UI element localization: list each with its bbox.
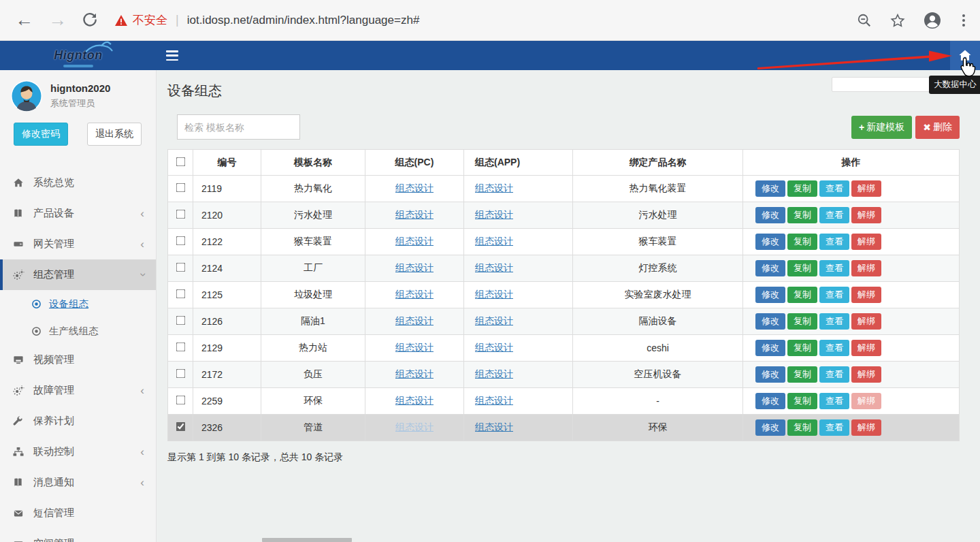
app-config-link[interactable]: 组态设计 xyxy=(475,262,513,273)
sidebar-item-7[interactable]: 联动控制‹ xyxy=(0,436,156,467)
edit-action-button[interactable]: 修改 xyxy=(755,180,785,197)
sidebar-item-4[interactable]: 视频管理 xyxy=(0,345,156,375)
view-action-button[interactable]: 查看 xyxy=(819,234,849,250)
unbind-action-button[interactable]: 解绑 xyxy=(851,207,881,223)
change-password-button[interactable]: 修改密码 xyxy=(14,123,68,146)
row-checkbox[interactable] xyxy=(176,396,185,405)
pc-config-link[interactable]: 组态设计 xyxy=(395,395,434,406)
unbind-action-button[interactable]: 解绑 xyxy=(851,340,881,356)
edit-action-button[interactable]: 修改 xyxy=(755,366,785,383)
sidebar-item-1[interactable]: 产品设备‹ xyxy=(0,198,156,229)
pc-config-link[interactable]: 组态设计 xyxy=(395,368,434,379)
app-config-link[interactable]: 组态设计 xyxy=(475,421,513,432)
unbind-action-button[interactable]: 解绑 xyxy=(851,419,881,436)
zoom-out-icon[interactable] xyxy=(857,13,872,28)
pc-config-link[interactable]: 组态设计 xyxy=(395,342,434,353)
edit-action-button[interactable]: 修改 xyxy=(755,393,785,409)
sidebar-item-6[interactable]: 保养计划 xyxy=(0,406,156,436)
sidebar-toggle-icon[interactable] xyxy=(166,50,178,61)
pc-config-link[interactable]: 组态设计 xyxy=(395,262,434,273)
sidebar-item-9[interactable]: 短信管理 xyxy=(0,498,156,528)
edit-action-button[interactable]: 修改 xyxy=(755,419,785,436)
unbind-action-button[interactable]: 解绑 xyxy=(851,260,881,276)
copy-action-button[interactable]: 复制 xyxy=(787,260,817,276)
logout-button[interactable]: 退出系统 xyxy=(87,123,142,146)
edit-action-button[interactable]: 修改 xyxy=(755,313,785,330)
security-warning-label[interactable]: 不安全 xyxy=(133,12,167,28)
browser-reload-icon[interactable] xyxy=(82,12,97,28)
new-template-button[interactable]: +新建模板 xyxy=(851,116,912,139)
browser-back-icon[interactable]: ← xyxy=(15,11,33,29)
app-config-link[interactable]: 组态设计 xyxy=(475,209,513,220)
app-config-link[interactable]: 组态设计 xyxy=(475,368,513,379)
unbind-action-button[interactable]: 解绑 xyxy=(851,180,881,197)
browser-profile-avatar[interactable] xyxy=(924,12,941,29)
bookmark-star-icon[interactable] xyxy=(890,13,905,28)
sidebar-item-3[interactable]: 组态管理‹ xyxy=(0,259,156,290)
submenu-item-3-1[interactable]: 生产线组态 xyxy=(0,317,156,345)
pc-config-link[interactable]: 组态设计 xyxy=(395,236,434,246)
copy-action-button[interactable]: 复制 xyxy=(787,287,817,303)
pc-config-link[interactable]: 组态设计 xyxy=(395,421,434,432)
edit-action-button[interactable]: 修改 xyxy=(755,207,785,223)
row-checkbox[interactable] xyxy=(176,236,185,246)
sidebar-item-0[interactable]: 系统总览 xyxy=(0,168,156,198)
app-config-link[interactable]: 组态设计 xyxy=(475,182,513,193)
copy-action-button[interactable]: 复制 xyxy=(787,366,817,383)
sidebar-item-5[interactable]: 故障管理‹ xyxy=(0,375,156,406)
view-action-button[interactable]: 查看 xyxy=(819,313,849,330)
unbind-action-button[interactable]: 解绑 xyxy=(851,313,881,330)
app-config-link[interactable]: 组态设计 xyxy=(475,395,513,406)
row-checkbox[interactable] xyxy=(176,316,185,325)
row-checkbox[interactable] xyxy=(176,289,185,299)
delete-button[interactable]: ✖删除 xyxy=(915,116,960,139)
edit-action-button[interactable]: 修改 xyxy=(755,287,785,303)
unbind-action-button[interactable]: 解绑 xyxy=(851,287,881,303)
select-all-checkbox[interactable] xyxy=(176,157,185,166)
copy-action-button[interactable]: 复制 xyxy=(787,313,817,330)
template-search-input[interactable] xyxy=(177,114,300,140)
view-action-button[interactable]: 查看 xyxy=(819,340,849,356)
big-data-center-home-button[interactable] xyxy=(950,41,980,70)
copy-action-button[interactable]: 复制 xyxy=(787,180,817,197)
unbind-action-button[interactable]: 解绑 xyxy=(851,393,881,409)
app-config-link[interactable]: 组态设计 xyxy=(475,236,513,246)
pc-config-link[interactable]: 组态设计 xyxy=(395,315,434,326)
brand-logo[interactable]: Hignton xyxy=(0,41,157,70)
edit-action-button[interactable]: 修改 xyxy=(755,340,785,356)
submenu-item-3-0[interactable]: 设备组态 xyxy=(0,290,156,317)
row-checkbox[interactable] xyxy=(176,263,185,272)
unbind-action-button[interactable]: 解绑 xyxy=(851,234,881,250)
copy-action-button[interactable]: 复制 xyxy=(787,340,817,356)
sidebar-item-10[interactable]: 空间管理 xyxy=(0,528,156,542)
row-checkbox[interactable] xyxy=(176,422,185,432)
copy-action-button[interactable]: 复制 xyxy=(787,393,817,409)
copy-action-button[interactable]: 复制 xyxy=(787,419,817,436)
copy-action-button[interactable]: 复制 xyxy=(787,234,817,250)
sidebar-item-2[interactable]: 网关管理‹ xyxy=(0,229,156,259)
app-config-link[interactable]: 组态设计 xyxy=(475,289,513,300)
view-action-button[interactable]: 查看 xyxy=(819,393,849,409)
view-action-button[interactable]: 查看 xyxy=(819,260,849,276)
edit-action-button[interactable]: 修改 xyxy=(755,234,785,250)
pc-config-link[interactable]: 组态设计 xyxy=(395,182,434,193)
view-action-button[interactable]: 查看 xyxy=(819,207,849,223)
view-action-button[interactable]: 查看 xyxy=(819,180,849,197)
pc-config-link[interactable]: 组态设计 xyxy=(395,289,434,300)
row-checkbox[interactable] xyxy=(176,183,185,193)
view-action-button[interactable]: 查看 xyxy=(819,366,849,383)
row-checkbox[interactable] xyxy=(176,342,185,352)
browser-forward-icon[interactable]: → xyxy=(48,11,67,29)
sidebar-item-8[interactable]: 消息通知‹ xyxy=(0,467,156,498)
row-checkbox[interactable] xyxy=(176,369,185,379)
browser-menu-icon[interactable] xyxy=(960,12,968,29)
pc-config-link[interactable]: 组态设计 xyxy=(395,209,434,220)
unbind-action-button[interactable]: 解绑 xyxy=(851,366,881,383)
view-action-button[interactable]: 查看 xyxy=(819,419,849,436)
row-checkbox[interactable] xyxy=(176,210,185,219)
address-bar[interactable]: 不安全 | iot.idosp.net/admin/index.html?lan… xyxy=(115,12,857,28)
app-config-link[interactable]: 组态设计 xyxy=(475,315,513,326)
view-action-button[interactable]: 查看 xyxy=(819,287,849,303)
edit-action-button[interactable]: 修改 xyxy=(755,260,785,276)
url-text[interactable]: iot.idosp.net/admin/index.html?language=… xyxy=(187,14,420,27)
